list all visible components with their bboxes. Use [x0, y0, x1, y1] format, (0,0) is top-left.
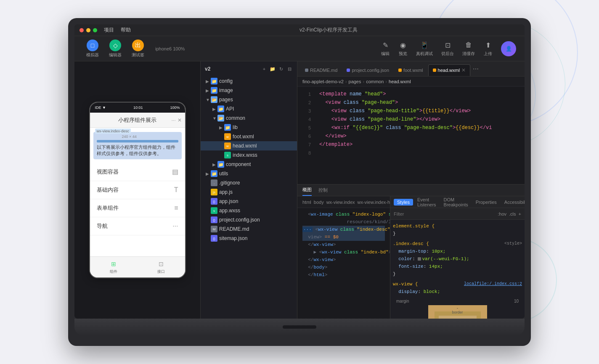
list-item-1[interactable]: 基础内容 T [90, 181, 185, 199]
tab-close-head[interactable]: ✕ [461, 67, 466, 73]
margin-label: margin [396, 299, 409, 303]
list-item-3[interactable]: 导航 ··· [90, 217, 185, 235]
action-real-device[interactable]: 📱 真机调试 [416, 40, 433, 57]
crumb-wx-view-hd[interactable]: wx-view.index-hd [358, 200, 390, 205]
json-icon: {} [211, 235, 217, 242]
bottom-tab-overview[interactable]: 概图 [302, 185, 312, 196]
tab-more-button[interactable]: ⋯ [471, 66, 480, 72]
editor-tabs: README.md project.config.json foot.wxml [297, 61, 525, 76]
crumb-body[interactable]: body [314, 200, 324, 205]
code-editor-area[interactable]: 1 2 3 4 5 6 7 8 <template name="head"> [297, 87, 525, 184]
bottom-content: html body wx-view.index wx-view.index-hd… [297, 196, 525, 319]
box-model-title: margin 10 [396, 299, 519, 303]
user-avatar[interactable]: 👤 [501, 41, 516, 56]
action-background[interactable]: ⊡ 切后台 [441, 40, 454, 57]
tree-head-wxml[interactable]: ▶ w head.wxml [201, 141, 297, 150]
tree-common[interactable]: ▼ 📂 common [201, 113, 297, 123]
rule-prop-4: display: block; [393, 288, 522, 295]
tree-gitignore[interactable]: ▶ . .gitignore [201, 178, 297, 187]
arrow-icon: ▶ [219, 125, 224, 130]
close-button[interactable] [80, 28, 84, 32]
tab-label-head: head.wxml [438, 68, 460, 73]
action-clear[interactable]: 🗑 清缓存 [462, 40, 475, 57]
tree-image[interactable]: ▶ 📁 image [201, 86, 297, 95]
phone-carrier: IDE ▼ [95, 106, 106, 110]
laptop-shell: 项目 帮助 v2-FinClip小程序开发工具 □ 模拟器 ◇ 编辑器 出 [68, 18, 531, 346]
html-line-1: <wx-image class="index-logo" src="../res… [302, 211, 385, 218]
line-num-5: 5 [297, 124, 314, 132]
tree-readme[interactable]: ▶ M README.md [201, 224, 297, 234]
tree-project-config[interactable]: ▶ {} project.config.json [201, 215, 297, 224]
crumb-html[interactable]: html [302, 200, 311, 205]
tree-app-json[interactable]: ▶ {} app.json [201, 197, 297, 206]
tree-component[interactable]: ▶ 📁 component [201, 160, 297, 169]
filter-extras: :hov .cls + [498, 211, 521, 216]
simulator-button[interactable]: □ 模拟器 [83, 38, 102, 60]
phone-title: 小程序组件展示 [118, 116, 156, 124]
nav-api-label: 接口 [157, 269, 165, 274]
phone-close-icon[interactable]: ✕ [178, 117, 182, 123]
phone-nav: ⊞ 组件 ⊡ 接口 [90, 256, 185, 277]
list-item-2[interactable]: 表单组件 ≡ [90, 199, 185, 217]
styles-filter-input[interactable] [394, 211, 494, 216]
panel-tab-dom-breakpoints[interactable]: DOM Breakpoints [440, 196, 472, 208]
tree-foot-wxml[interactable]: ▶ w foot.wxml [201, 132, 297, 141]
nav-components-icon: ⊞ [109, 260, 118, 268]
styles-content: element.style { } .index-desc { <style [390, 220, 525, 319]
new-file-btn[interactable]: + [261, 66, 268, 72]
minimize-button[interactable] [86, 28, 90, 32]
tree-sitemap[interactable]: ▶ {} sitemap.json [201, 234, 297, 243]
list-item-0[interactable]: 视图容器 ▤ [90, 163, 185, 181]
action-edit[interactable]: ✎ 编辑 [381, 40, 390, 57]
pseudo-states[interactable]: :hov [498, 211, 506, 216]
nav-api[interactable]: ⊡ 接口 [157, 260, 165, 274]
html-code-view[interactable]: <wx-image class="index-logo" src="../res… [297, 208, 390, 319]
tree-api[interactable]: ▶ 📁 API [201, 104, 297, 113]
tab-foot-wxml[interactable]: foot.wxml [394, 64, 427, 76]
menu-help[interactable]: 帮助 [121, 26, 131, 34]
maximize-button[interactable] [93, 28, 97, 32]
tab-project-config[interactable]: project.config.json [342, 64, 393, 76]
bottom-tab-control[interactable]: 控制 [318, 185, 328, 196]
margin-top-label: - [457, 306, 458, 310]
tree-item-label: app.wxss [219, 208, 240, 214]
panel-tab-event-listeners[interactable]: Event Listeners [414, 196, 440, 208]
add-rule[interactable]: + [519, 211, 521, 216]
tree-config[interactable]: ▶ 📁 config [201, 76, 297, 86]
html-line-3: </wx-view> [302, 241, 385, 248]
wxss-icon: s [224, 152, 231, 158]
html-line-1b: resources/kind/logo.png">_</wx-image> [302, 218, 385, 226]
refresh-btn[interactable]: ↻ [278, 66, 284, 72]
tree-lib[interactable]: ▶ 📁 lib [201, 123, 297, 132]
code-content[interactable]: <template name="head"> <view class="page… [314, 87, 525, 184]
crumb-wx-view-index[interactable]: wx-view.index [326, 200, 355, 205]
ide-container: 项目 帮助 v2-FinClip小程序开发工具 □ 模拟器 ◇ 编辑器 出 [74, 24, 525, 319]
tree-app-wxss[interactable]: ▶ s app.wxss [201, 206, 297, 215]
panel-tab-properties[interactable]: Properties [472, 199, 500, 206]
tab-head-wxml[interactable]: head.wxml ✕ [428, 64, 471, 76]
tree-utils[interactable]: ▶ 📁 utils [201, 169, 297, 178]
panel-tab-styles[interactable]: Styles [394, 199, 413, 206]
nav-components[interactable]: ⊞ 组件 [109, 260, 118, 274]
tree-index-wxss[interactable]: ▶ s index.wxss [201, 150, 297, 160]
list-label-1: 基础内容 [97, 186, 119, 194]
rule-close: } [393, 230, 522, 237]
style-rule-index-desc: .index-desc { <style> margin-top: 10px; … [393, 240, 522, 278]
tab-label-project: project.config.json [352, 68, 389, 73]
new-folder-btn[interactable]: 📁 [269, 66, 276, 72]
collapse-btn[interactable]: ⊟ [286, 66, 293, 72]
editor-button[interactable]: ◇ 编辑器 [106, 38, 125, 60]
tab-readme[interactable]: README.md [301, 64, 342, 76]
phone-more-icon[interactable]: ··· [171, 117, 175, 123]
file-tree-panel: v2 + 📁 ↻ ⊟ ▶ 📁 config [201, 61, 297, 319]
cls-button[interactable]: .cls [509, 211, 516, 216]
list-icon-2: ≡ [174, 204, 178, 212]
menu-project[interactable]: 项目 [104, 26, 114, 34]
action-upload[interactable]: ⬆ 上传 [483, 40, 493, 57]
panel-tab-accessibility[interactable]: Accessibility [501, 199, 525, 206]
tree-app-js[interactable]: ▶ js app.js [201, 187, 297, 197]
test-button[interactable]: 出 测试签 [128, 38, 148, 60]
action-preview[interactable]: ◉ 预览 [398, 40, 408, 57]
toolbar-right: ✎ 编辑 ◉ 预览 📱 真机调试 ⊡ 切后台 [381, 40, 516, 57]
tree-pages[interactable]: ▼ 📂 pages [201, 95, 297, 104]
